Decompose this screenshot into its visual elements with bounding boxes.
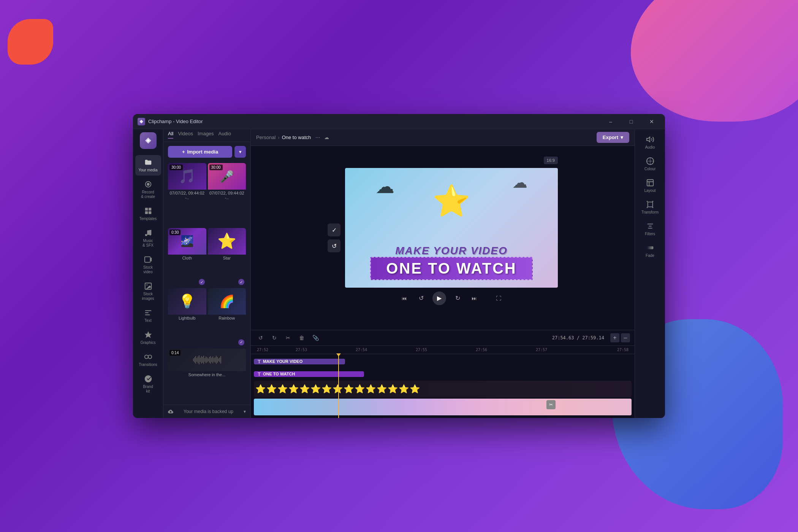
sidebar-item-stock-images[interactable]: Stockimages	[135, 279, 161, 304]
sidebar-item-stock-video[interactable]: Stockvideo	[135, 252, 161, 277]
media-item-audio[interactable]: 0:14 Somewhere in the...	[168, 348, 246, 404]
titlebar: Clipchamp - Video Editor – □ ✕	[133, 114, 665, 129]
right-tool-fade-label: Fade	[646, 253, 654, 258]
delete-button[interactable]: 🗑	[296, 332, 307, 343]
media-thumbnail: 🌈	[208, 288, 246, 315]
tab-videos[interactable]: Videos	[178, 129, 193, 139]
media-item-vid2[interactable]: 🎤 30:00 07/07/22, 09:44:02 -..	[208, 163, 246, 226]
sidebar-label-stock-video: Stockvideo	[143, 265, 153, 274]
media-item-label: Rainbow	[208, 315, 246, 323]
colour-icon	[646, 157, 654, 165]
track-one-to-watch[interactable]: T ONE TO WATCH	[254, 368, 632, 380]
cut-marker[interactable]: ✂	[546, 400, 556, 409]
right-tool-fade[interactable]: Fade	[637, 241, 663, 261]
footer-chevron[interactable]: ▾	[244, 409, 246, 414]
media-item-label: 07/07/22, 09:44:02 -..	[208, 190, 246, 202]
sidebar-item-record-create[interactable]: Record& create	[135, 177, 161, 202]
rewind-button[interactable]: ↺	[416, 293, 426, 304]
track-stars[interactable]: ⭐ ⭐ ⭐ ⭐ ⭐ ⭐ ⭐ ⭐ ⭐ ⭐ ⭐ ⭐ ⭐ ⭐ ⭐	[254, 381, 632, 397]
sidebar-item-transitions[interactable]: Transitions	[135, 350, 161, 370]
breadcrumb-chevron: ›	[278, 135, 279, 140]
zoom-out-button[interactable]: –	[621, 333, 630, 342]
play-pause-button[interactable]: ▶	[432, 291, 446, 305]
media-item-star[interactable]: ⭐ ✓ Star	[208, 228, 246, 287]
cloud-icon[interactable]: ☁	[324, 135, 329, 140]
svg-rect-3	[145, 208, 147, 211]
preview-area: ✓ ↺ 16:9 ☁ ☁ ⭐ MAKE YOUR VIDEO ONE TO WA…	[251, 146, 635, 330]
sidebar-label-your-media: Your media	[138, 168, 157, 173]
star-emoji-6: ⭐	[310, 384, 321, 394]
right-panel: Audio Colour Layout	[635, 129, 665, 418]
svg-rect-20	[648, 202, 652, 207]
import-media-button[interactable]: + Import media	[168, 146, 232, 158]
svg-rect-6	[148, 211, 151, 214]
sidebar-item-your-media[interactable]: Your media	[135, 155, 161, 176]
right-tool-filters[interactable]: Filters	[637, 219, 663, 239]
star-emoji-4: ⭐	[288, 384, 299, 394]
export-button[interactable]: Export ▾	[597, 132, 629, 143]
app-icon	[138, 118, 145, 125]
star-emoji-1: ⭐	[255, 384, 266, 394]
media-item-label: Somewhere in the...	[168, 371, 246, 379]
star-emoji-8: ⭐	[332, 384, 343, 394]
aspect-ratio-badge: 16:9	[544, 157, 558, 164]
maximize-button[interactable]: □	[622, 116, 640, 128]
timeline-zoom-controls: + –	[610, 333, 630, 342]
cut-button[interactable]: ✂	[283, 332, 293, 343]
right-tool-audio[interactable]: Audio	[637, 132, 663, 152]
svg-marker-12	[144, 331, 151, 338]
minimize-button[interactable]: –	[602, 116, 619, 128]
svg-rect-4	[148, 208, 151, 211]
star-emoji-5: ⭐	[299, 384, 310, 394]
star-emoji-13: ⭐	[388, 384, 398, 394]
svg-point-11	[146, 284, 147, 285]
media-item-rainbow[interactable]: 🌈 ✓ Rainbow	[208, 288, 246, 347]
forward-button[interactable]: ↻	[452, 293, 463, 304]
waveform-display	[193, 354, 221, 366]
sidebar-label-record: Record& create	[141, 190, 155, 199]
right-tool-colour[interactable]: Colour	[637, 154, 663, 174]
undo-button[interactable]: ↺	[255, 332, 266, 343]
attach-button[interactable]: 📎	[310, 332, 321, 343]
track-gradient[interactable]	[254, 399, 632, 415]
tab-images[interactable]: Images	[198, 129, 214, 139]
tab-audio[interactable]: Audio	[218, 129, 231, 139]
sidebar-item-templates[interactable]: Templates	[135, 204, 161, 224]
media-thumbnail: ⭐	[208, 228, 246, 255]
track-make-your-video[interactable]: T MAKE YOUR VIDEO	[254, 356, 632, 367]
redo-button[interactable]: ↻	[269, 332, 280, 343]
preview-container: 16:9 ☁ ☁ ⭐ MAKE YOUR VIDEO ONE TO WATCH …	[345, 168, 558, 308]
media-item-lightbulb[interactable]: 💡 Lightbulb	[168, 288, 206, 347]
import-dropdown-button[interactable]: ▾	[234, 146, 246, 158]
svg-rect-17	[647, 180, 653, 186]
preview-video[interactable]: ☁ ☁ ⭐ MAKE YOUR VIDEO ONE TO WATCH	[345, 168, 558, 288]
sidebar-item-brand-kit[interactable]: Brandkit	[135, 372, 161, 397]
ruler-mark-6: 27:58	[572, 348, 632, 352]
right-tool-layout[interactable]: Layout	[637, 176, 663, 196]
more-options-icon[interactable]: ⋯	[315, 135, 320, 140]
breadcrumb-parent[interactable]: Personal	[256, 135, 276, 140]
sidebar-item-music[interactable]: Music& SFX	[135, 226, 161, 251]
undo-overlay-button[interactable]: ✓	[328, 223, 340, 236]
zoom-in-button[interactable]: +	[610, 333, 619, 342]
skip-to-end-button[interactable]: ⏭	[469, 293, 480, 304]
backup-icon	[168, 409, 173, 414]
media-item-vid1[interactable]: 🎵 30:00 07/07/22, 09:44:02 -..	[168, 163, 206, 226]
close-button[interactable]: ✕	[643, 116, 660, 128]
redo-overlay-button[interactable]: ↺	[328, 239, 340, 252]
ruler-mark-2: 27:54	[331, 348, 391, 352]
right-tool-transform[interactable]: Transform	[637, 197, 663, 217]
right-tool-audio-label: Audio	[645, 145, 655, 149]
media-item-cloth[interactable]: 🌌 0:30 ✓ Cloth	[168, 228, 206, 287]
volume-icon	[646, 135, 654, 144]
skip-to-start-button[interactable]: ⏮	[399, 293, 410, 304]
star-emoji-14: ⭐	[399, 384, 409, 394]
timeline-time-display: 27:54.63 / 27:59.14	[552, 335, 604, 340]
sidebar-item-graphics[interactable]: Graphics	[135, 328, 161, 348]
sidebar-item-text[interactable]: Text	[135, 306, 161, 326]
text-icon	[144, 309, 152, 317]
track-text-make-label: T MAKE YOUR VIDEO	[254, 359, 345, 364]
star-emoji-7: ⭐	[321, 384, 332, 394]
tab-all[interactable]: All	[168, 129, 173, 139]
fullscreen-button[interactable]: ⛶	[493, 293, 504, 304]
